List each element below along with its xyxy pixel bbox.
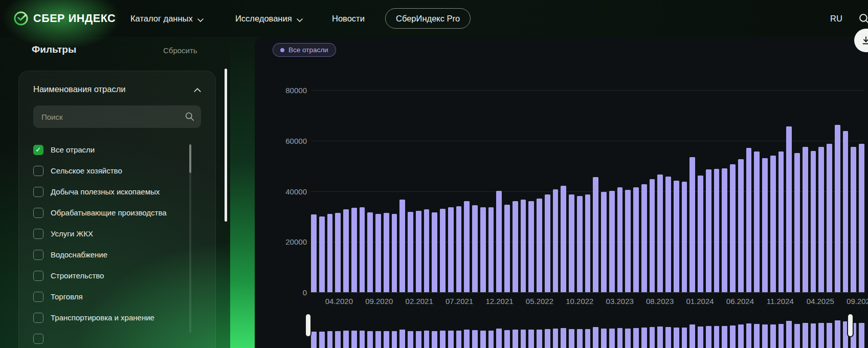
bar[interactable] xyxy=(360,207,365,292)
bar[interactable] xyxy=(722,168,727,292)
bar[interactable] xyxy=(778,151,784,292)
bar[interactable] xyxy=(456,206,462,292)
logo[interactable]: СБЕР ИНДЕКС xyxy=(13,0,116,37)
bar[interactable] xyxy=(617,187,623,292)
bar[interactable] xyxy=(851,147,856,292)
bar[interactable] xyxy=(818,147,824,292)
bar[interactable] xyxy=(561,186,566,292)
bar[interactable] xyxy=(569,194,574,292)
bar[interactable] xyxy=(706,169,711,292)
industry-row[interactable]: Сельское хозяйство xyxy=(33,160,201,181)
industry-checkbox[interactable] xyxy=(33,334,43,344)
bar[interactable] xyxy=(424,209,430,292)
industry-checkbox[interactable] xyxy=(33,145,43,155)
industry-row[interactable]: Услуги ЖКХ xyxy=(33,223,201,244)
bar[interactable] xyxy=(625,190,631,292)
bar[interactable] xyxy=(682,182,687,292)
industry-row[interactable]: Строительство xyxy=(33,265,201,286)
bar[interactable] xyxy=(689,157,695,292)
bar[interactable] xyxy=(311,214,317,292)
bar[interactable] xyxy=(674,181,679,292)
bar[interactable] xyxy=(399,200,405,292)
bar[interactable] xyxy=(464,201,470,292)
list-scrollbar-track[interactable] xyxy=(189,144,191,333)
bar[interactable] xyxy=(650,179,655,292)
bar[interactable] xyxy=(585,194,591,292)
bar[interactable] xyxy=(384,213,389,292)
bar[interactable] xyxy=(754,151,760,292)
bar[interactable] xyxy=(770,156,776,292)
brush-handle-left[interactable] xyxy=(305,313,311,337)
industry-row[interactable]: Торговля xyxy=(33,286,201,307)
bar[interactable] xyxy=(416,211,421,292)
language-switcher[interactable]: RU xyxy=(830,0,842,37)
bar[interactable] xyxy=(843,131,849,292)
industry-row[interactable]: Транспортировка и хранение xyxy=(33,307,201,328)
bar[interactable] xyxy=(537,199,542,292)
industry-row-partial[interactable] xyxy=(33,328,201,348)
nav-item-news[interactable]: Новости xyxy=(332,0,365,37)
bar[interactable] xyxy=(811,151,816,292)
bar[interactable] xyxy=(545,194,550,292)
bar[interactable] xyxy=(367,212,373,292)
bar[interactable] xyxy=(496,191,502,292)
bar[interactable] xyxy=(601,192,607,292)
industry-checkbox[interactable] xyxy=(33,208,43,218)
bar[interactable] xyxy=(762,158,768,292)
industry-checkbox[interactable] xyxy=(33,166,43,176)
bar[interactable] xyxy=(319,216,325,292)
bar[interactable] xyxy=(835,125,840,292)
industry-checkbox[interactable] xyxy=(33,292,43,302)
bar[interactable] xyxy=(827,144,832,292)
nav-item-research[interactable]: Исследования xyxy=(235,0,303,37)
bar[interactable] xyxy=(786,126,792,292)
industry-checkbox[interactable] xyxy=(33,229,43,239)
bar[interactable] xyxy=(448,207,454,292)
industry-row[interactable]: Обрабатывающие производства xyxy=(33,202,201,223)
bar[interactable] xyxy=(408,212,413,293)
industry-checkbox[interactable] xyxy=(33,187,43,197)
bar[interactable] xyxy=(472,205,478,292)
industry-checkbox[interactable] xyxy=(33,250,43,260)
bar[interactable] xyxy=(488,207,494,292)
industry-accordion-header[interactable]: Наименования отрасли xyxy=(33,84,201,94)
bar[interactable] xyxy=(859,144,864,292)
list-scrollbar-thumb[interactable] xyxy=(189,144,191,173)
industry-row[interactable]: Водоснабжение xyxy=(33,244,201,265)
bar[interactable] xyxy=(392,214,397,292)
bar[interactable] xyxy=(609,191,615,292)
bar[interactable] xyxy=(553,189,559,292)
bar[interactable] xyxy=(504,205,510,292)
bar[interactable] xyxy=(351,208,357,292)
bar[interactable] xyxy=(698,176,703,292)
bar[interactable] xyxy=(480,207,486,292)
sidebar-scrollbar-thumb[interactable] xyxy=(225,69,227,222)
bar[interactable] xyxy=(440,209,446,292)
nav-item-catalog[interactable]: Каталог данных xyxy=(130,0,204,37)
industry-row[interactable]: Добыча полезных ископаемых xyxy=(33,181,201,202)
bar[interactable] xyxy=(657,175,663,292)
bar[interactable] xyxy=(375,214,381,292)
industry-search-input[interactable] xyxy=(33,105,201,128)
brush-handle-right[interactable] xyxy=(847,313,854,337)
bar[interactable] xyxy=(327,214,333,292)
bar[interactable] xyxy=(577,196,583,292)
reset-filters-button[interactable]: Сбросить xyxy=(163,46,197,55)
bar[interactable] xyxy=(746,148,752,292)
bar[interactable] xyxy=(521,200,526,292)
search-icon[interactable] xyxy=(185,112,194,123)
bar[interactable] xyxy=(633,187,639,292)
bar[interactable] xyxy=(593,177,598,292)
bar[interactable] xyxy=(730,164,736,292)
range-brush-chart[interactable] xyxy=(311,316,864,348)
industry-row[interactable]: Все отрасли xyxy=(33,139,201,160)
bar[interactable] xyxy=(738,159,744,292)
bar[interactable] xyxy=(513,201,518,292)
industry-checkbox[interactable] xyxy=(33,271,43,281)
bar[interactable] xyxy=(794,153,800,292)
bar[interactable] xyxy=(665,177,671,292)
bar[interactable] xyxy=(714,169,720,292)
bar[interactable] xyxy=(335,213,341,292)
legend-chip[interactable]: Все отрасли xyxy=(273,43,336,57)
bar[interactable] xyxy=(803,147,808,292)
